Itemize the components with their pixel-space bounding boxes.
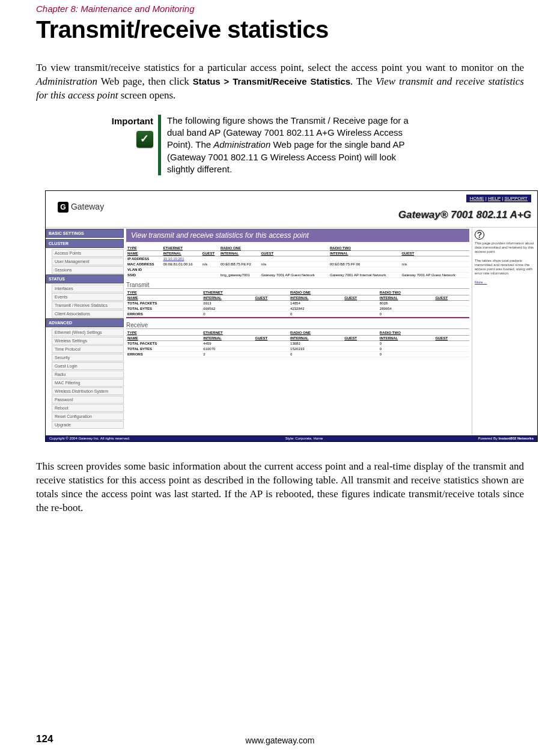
cell: ERRORS <box>126 312 202 317</box>
nav-item[interactable]: Wireless Distribution System <box>52 387 124 395</box>
link-home[interactable]: HOME <box>470 196 484 201</box>
cell: 2613 <box>202 301 254 306</box>
text: Administration <box>36 76 97 87</box>
cell: 00:E0:B8:75:FE:F2 <box>219 262 260 267</box>
cell <box>260 256 329 262</box>
text: . The <box>350 76 376 87</box>
nav-item[interactable]: Transmit / Receive Statistics <box>52 301 124 309</box>
receive-title: Receive <box>126 322 469 329</box>
col-subheader: GUEST <box>254 336 290 341</box>
cell: VLAN ID <box>126 267 162 273</box>
cell: 0 <box>379 352 434 357</box>
logo-text: Gateway <box>71 202 104 211</box>
nav-item[interactable]: Time Protocol <box>52 345 124 353</box>
page-number: 124 <box>36 733 53 745</box>
nav-item[interactable]: Wireless Settings <box>52 337 124 345</box>
link-support[interactable]: SUPPORT <box>504 196 528 201</box>
nav-section-header[interactable]: BASIC SETTINGS <box>46 229 124 238</box>
col-subheader: INTERNAL <box>202 295 254 301</box>
nav-item[interactable]: Reboot <box>52 404 124 412</box>
cell: ERRORS <box>126 352 202 357</box>
more-link[interactable]: More ... <box>475 280 487 284</box>
nav-section-header[interactable]: STATUS <box>46 274 124 283</box>
cell: 14854 <box>289 301 343 306</box>
cell: 2 <box>202 352 254 357</box>
cell: SSID <box>126 273 162 278</box>
top-links: HOME | HELP | SUPPORT <box>466 195 531 202</box>
cell <box>329 256 400 262</box>
footer-left: Copyright © 2004 Gateway Inc. All rights… <box>49 437 130 440</box>
nav-section-header[interactable]: CLUSTER <box>46 239 124 248</box>
nav-item[interactable]: User Management <box>52 258 124 265</box>
cell: IP ADDRESS <box>126 256 162 262</box>
col-header <box>254 330 290 336</box>
col-subheader: NAME <box>126 295 202 301</box>
model-label: Gateway® 7001 802.11 A+G <box>398 209 531 221</box>
nav-item[interactable]: MAC Filtering <box>52 379 124 387</box>
nav-item[interactable]: Events <box>52 293 124 301</box>
col-header: RADIO TWO <box>379 290 434 295</box>
cell <box>254 306 290 312</box>
nav-item[interactable]: Security <box>52 354 124 361</box>
col-subheader: INTERNAL <box>289 295 343 301</box>
col-header: ETHERNET <box>162 246 201 251</box>
cell: 289954 <box>379 306 434 312</box>
col-header <box>343 290 379 295</box>
divider <box>126 317 469 318</box>
nav-item[interactable]: Access Points <box>52 249 124 257</box>
col-header <box>343 330 379 336</box>
nav-item[interactable]: Interfaces <box>52 285 124 292</box>
chapter-header: Chapter 8: Maintenance and Monitoring <box>36 0 524 16</box>
col-header <box>254 290 290 295</box>
page-banner: View transmit and receive statistics for… <box>126 229 469 242</box>
nav-section-header[interactable]: ADVANCED <box>46 318 124 327</box>
cell: 00:0E:81:01:00:16 <box>162 262 201 267</box>
gateway-logo: G Gateway <box>58 202 104 213</box>
col-subheader: GUEST <box>201 251 219 256</box>
figure-footer: Copyright © 2004 Gateway Inc. All rights… <box>46 435 537 441</box>
logo-icon: G <box>58 202 68 213</box>
nav-item[interactable]: Radio <box>52 370 124 378</box>
col-subheader: NAME <box>126 251 162 256</box>
col-header <box>400 246 469 251</box>
ip-link[interactable]: 10.10.10.201 <box>163 257 184 261</box>
cell: 4459 <box>202 341 254 346</box>
transmit-table: TYPEETHERNETRADIO ONERADIO TWONAMEINTERN… <box>126 290 469 317</box>
col-subheader: INTERNAL <box>379 295 434 301</box>
col-header: RADIO TWO <box>379 330 434 336</box>
nav-item[interactable]: Client Associations <box>52 310 124 318</box>
link-help[interactable]: HELP <box>488 196 501 201</box>
col-subheader: GUEST <box>434 336 469 341</box>
cell: 8028 <box>379 301 434 306</box>
col-header: ETHERNET <box>202 290 254 295</box>
col-header <box>434 290 469 295</box>
nav-item[interactable]: Sessions <box>52 266 124 274</box>
footer-right: Powered By Instant802 Networks <box>478 437 534 440</box>
col-header: TYPE <box>126 330 202 336</box>
cell <box>400 256 469 262</box>
nav-item[interactable]: Upgrade <box>52 421 124 429</box>
col-subheader: INTERNAL <box>379 336 434 341</box>
nav-item[interactable]: Guest Login <box>52 362 124 370</box>
col-header <box>434 330 469 336</box>
help-panel: ? This page provides information about d… <box>472 228 537 435</box>
cell: 10.10.10.201 <box>162 256 201 262</box>
nav-item[interactable]: Ethernet (Wired) Settings <box>52 328 124 336</box>
col-header: RADIO ONE <box>289 330 343 336</box>
cell: 1520233 <box>289 346 343 352</box>
nav-item[interactable]: Reset Configuration <box>52 413 124 420</box>
footer-center: Style: Corporate, Home <box>285 437 323 440</box>
col-subheader: GUEST <box>400 251 469 256</box>
nav-item[interactable]: Password <box>52 396 124 404</box>
col-header <box>260 246 329 251</box>
important-label: Important <box>84 116 153 126</box>
cell <box>400 267 469 273</box>
intro-paragraph: To view transmit/receive statistics for … <box>36 61 524 103</box>
cell <box>254 341 290 346</box>
cell <box>434 352 469 357</box>
cell: n/a <box>400 262 469 267</box>
col-header: RADIO TWO <box>329 246 400 251</box>
cell <box>254 346 290 352</box>
col-header: RADIO ONE <box>289 290 343 295</box>
text: screen opens. <box>118 89 175 101</box>
